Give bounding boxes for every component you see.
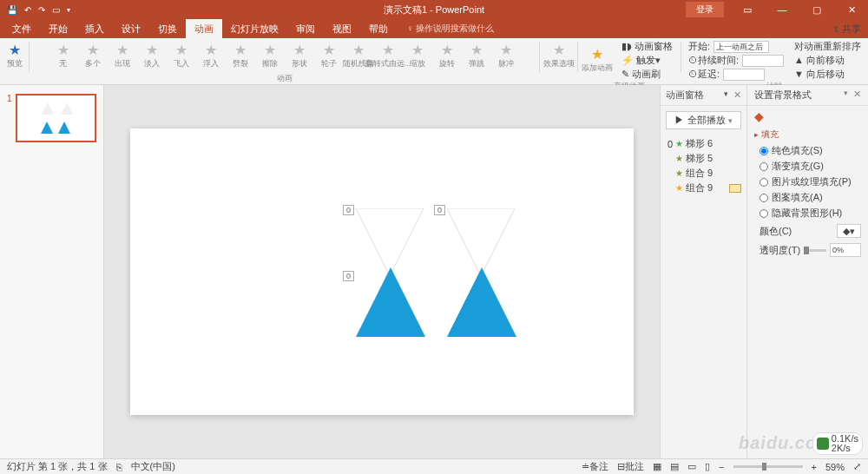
star-icon: ★ — [382, 43, 394, 57]
fill-section-header[interactable]: 填充 — [747, 127, 868, 142]
animation-effect-item[interactable]: ★多个 — [80, 40, 106, 73]
tab-file[interactable]: 文件 — [3, 19, 40, 38]
slide-editor[interactable]: 0 0 0 — [104, 85, 660, 458]
animation-list-item[interactable]: ★梯形 5 — [664, 151, 743, 166]
anim-tag[interactable]: 0 — [343, 205, 354, 215]
animation-list-item[interactable]: ★组合 9 — [664, 181, 743, 195]
undo-icon[interactable]: ↶ — [24, 5, 31, 15]
transparency-input[interactable] — [830, 243, 861, 257]
close-button[interactable]: ✕ — [835, 0, 868, 19]
tab-view[interactable]: 视图 — [324, 19, 360, 38]
animation-effect-item[interactable]: ★轮子 — [316, 40, 342, 73]
save-icon[interactable]: 💾 — [7, 5, 17, 15]
fill-option[interactable]: 渐变填充(G) — [760, 160, 861, 173]
fill-option[interactable]: 图案填充(A) — [760, 191, 861, 204]
radio-input[interactable] — [760, 209, 768, 218]
format-background-pane: 设置背景格式 ▾✕ ◆ 填充 纯色填充(S)渐变填充(G)图片或纹理填充(P)图… — [746, 85, 868, 458]
slide-canvas[interactable]: 0 0 0 — [130, 128, 634, 415]
slide-thumbnails-panel[interactable]: 1 — [0, 85, 104, 458]
animation-effect-item[interactable]: ★形状 — [286, 40, 312, 73]
animation-effect-item[interactable]: ★脉冲 — [493, 40, 519, 73]
radio-input[interactable] — [760, 194, 768, 202]
animation-list-item[interactable]: 0★梯形 6 — [664, 136, 743, 151]
zoom-in-button[interactable]: + — [812, 462, 817, 472]
fill-option[interactable]: 图片或纹理填充(P) — [760, 175, 861, 188]
animation-list-item[interactable]: ★组合 9 — [664, 166, 743, 181]
animation-effect-item[interactable]: ★淡入 — [139, 40, 165, 73]
slideshow-view-icon[interactable]: ▯ — [705, 461, 710, 472]
color-picker-button[interactable]: ◆▾ — [837, 224, 861, 238]
zoom-slider[interactable] — [733, 465, 803, 468]
ribbon-options-icon[interactable]: ▭ — [731, 0, 764, 19]
animation-effect-item[interactable]: ★旋转 — [434, 40, 460, 73]
transparency-slider[interactable] — [804, 249, 826, 252]
tab-slideshow[interactable]: 幻灯片放映 — [222, 19, 287, 38]
animation-gallery[interactable]: ★无★多个★出现★淡入★飞入★浮入★劈裂★擦除★形状★轮子★随机线条★翻转式由远… — [50, 40, 519, 73]
animation-effect-item[interactable]: ★缩放 — [404, 40, 431, 73]
start-select[interactable]: 上一动画之后 — [713, 41, 769, 53]
spell-check-icon[interactable]: ⎘ — [116, 462, 122, 472]
slide-count[interactable]: 幻灯片 第 1 张，共 1 张 — [7, 460, 108, 473]
pane-dropdown-icon[interactable]: ▾ — [844, 89, 848, 102]
anim-tag[interactable]: 0 — [343, 271, 354, 281]
share-button[interactable]: ⇪ 共享 — [832, 23, 861, 36]
zoom-out-button[interactable]: − — [719, 462, 724, 472]
normal-view-icon[interactable]: ▦ — [653, 461, 661, 472]
animation-pane-button[interactable]: ▮◗动画窗格 — [621, 40, 673, 53]
add-animation-button[interactable]: ★ 添加动画 — [582, 44, 613, 77]
tab-transitions[interactable]: 切换 — [149, 19, 186, 38]
notes-button[interactable]: ≐备注 — [582, 460, 608, 473]
close-pane-button[interactable]: ✕ — [853, 89, 861, 102]
move-earlier-button[interactable]: ▲ 向前移动 — [794, 54, 861, 67]
triangle-shape-left[interactable] — [356, 267, 425, 337]
animation-effect-item[interactable]: ★出现 — [109, 40, 135, 73]
star-icon: ★ — [675, 168, 683, 178]
fill-option[interactable]: 纯色填充(S) — [760, 144, 861, 157]
trigger-button[interactable]: ⚡触发▾ — [621, 54, 673, 67]
redo-icon[interactable]: ↷ — [38, 5, 45, 15]
animation-effect-item[interactable]: ★无 — [50, 40, 76, 73]
tab-review[interactable]: 审阅 — [287, 19, 324, 38]
animation-effect-item[interactable]: ★擦除 — [257, 40, 283, 73]
tab-home[interactable]: 开始 — [40, 19, 76, 38]
fill-option[interactable]: 隐藏背景图形(H) — [760, 207, 861, 220]
close-pane-button[interactable]: ✕ — [733, 89, 741, 101]
radio-input[interactable] — [760, 162, 768, 171]
qat-dropdown-icon[interactable]: ▾ — [67, 6, 70, 14]
animation-effect-item[interactable]: ★飞入 — [168, 40, 194, 73]
minimize-button[interactable]: — — [766, 0, 799, 19]
login-button[interactable]: 登录 — [686, 2, 724, 17]
duration-input[interactable] — [742, 55, 784, 67]
tell-me-search[interactable]: ♀ 操作说明搜索做什么 — [407, 23, 494, 35]
pane-dropdown-icon[interactable]: ▾ — [724, 89, 728, 101]
animation-effect-item[interactable]: ★浮入 — [198, 40, 224, 73]
animation-effect-item[interactable]: ★翻转式由远... — [375, 40, 401, 73]
sorter-view-icon[interactable]: ▤ — [670, 461, 679, 472]
language-indicator[interactable]: 中文(中国) — [131, 460, 175, 473]
animation-painter-button[interactable]: ✎动画刷 — [621, 68, 673, 81]
maximize-button[interactable]: ▢ — [800, 0, 833, 19]
tab-help[interactable]: 帮助 — [360, 19, 397, 38]
radio-input[interactable] — [760, 178, 768, 187]
tab-animations[interactable]: 动画 — [186, 19, 222, 38]
reading-view-icon[interactable]: ▭ — [687, 461, 696, 472]
move-later-button[interactable]: ▼ 向后移动 — [794, 68, 861, 81]
delay-input[interactable] — [723, 69, 765, 81]
slide-thumbnail-1[interactable] — [16, 94, 96, 142]
radio-input[interactable] — [760, 147, 768, 155]
fill-tab-icon[interactable]: ◆ — [747, 106, 868, 127]
effect-options-button[interactable]: ★ 效果选项 — [543, 40, 575, 73]
fit-to-window-button[interactable]: ⤢ — [853, 461, 861, 472]
animation-effect-item[interactable]: ★弹跳 — [464, 40, 490, 73]
tab-design[interactable]: 设计 — [113, 19, 149, 38]
anim-tag[interactable]: 0 — [434, 205, 445, 215]
play-all-button[interactable]: ▶ 全部播放▾ — [666, 111, 741, 129]
triangle-shape-right[interactable] — [447, 267, 516, 337]
zoom-percent[interactable]: 59% — [825, 462, 845, 472]
star-icon: ★ — [234, 43, 247, 57]
preview-button[interactable]: ★ 预览 — [3, 40, 26, 73]
tab-insert[interactable]: 插入 — [76, 19, 113, 38]
animation-effect-item[interactable]: ★劈裂 — [227, 40, 253, 73]
comments-button[interactable]: ⊟批注 — [617, 460, 644, 473]
start-icon[interactable]: ▭ — [52, 5, 60, 15]
